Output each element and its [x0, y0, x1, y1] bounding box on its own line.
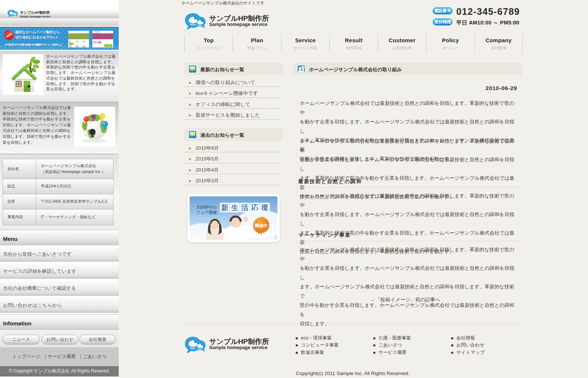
svg-text:開催中: 開催中: [255, 223, 268, 228]
